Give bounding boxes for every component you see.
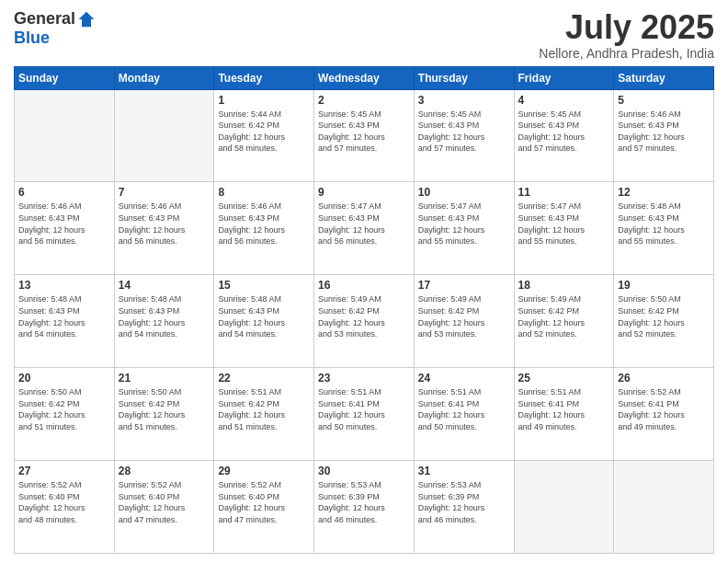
day-number: 5: [618, 94, 710, 107]
day-number: 8: [218, 186, 310, 199]
calendar-table: Sunday Monday Tuesday Wednesday Thursday…: [14, 66, 714, 554]
day-number: 1: [218, 94, 310, 107]
logo-blue: Blue: [14, 29, 50, 47]
day-info: Sunrise: 5:49 AM Sunset: 6:42 PM Dayligh…: [518, 293, 610, 339]
calendar-cell: [514, 461, 614, 554]
svg-marker-0: [79, 11, 95, 27]
calendar-cell: 17Sunrise: 5:49 AM Sunset: 6:42 PM Dayli…: [414, 275, 514, 368]
logo: General Blue: [14, 9, 96, 48]
calendar-week-row: 27Sunrise: 5:52 AM Sunset: 6:40 PM Dayli…: [15, 461, 714, 554]
col-sunday: Sunday: [15, 66, 115, 89]
calendar-cell: 2Sunrise: 5:45 AM Sunset: 6:43 PM Daylig…: [314, 89, 415, 182]
day-info: Sunrise: 5:47 AM Sunset: 6:43 PM Dayligh…: [518, 201, 610, 247]
day-number: 12: [618, 186, 710, 199]
day-number: 28: [119, 465, 210, 477]
day-info: Sunrise: 5:51 AM Sunset: 6:41 PM Dayligh…: [318, 386, 410, 432]
day-info: Sunrise: 5:52 AM Sunset: 6:40 PM Dayligh…: [218, 479, 310, 525]
col-monday: Monday: [114, 66, 214, 89]
day-number: 20: [18, 372, 110, 385]
calendar-cell: 25Sunrise: 5:51 AM Sunset: 6:41 PM Dayli…: [514, 368, 614, 461]
calendar-cell: 23Sunrise: 5:51 AM Sunset: 6:41 PM Dayli…: [314, 368, 415, 461]
day-number: 24: [418, 372, 510, 385]
day-number: 29: [218, 465, 310, 477]
calendar-cell: 8Sunrise: 5:46 AM Sunset: 6:43 PM Daylig…: [214, 182, 314, 275]
calendar-week-row: 6Sunrise: 5:46 AM Sunset: 6:43 PM Daylig…: [15, 182, 714, 275]
calendar-cell: 12Sunrise: 5:48 AM Sunset: 6:43 PM Dayli…: [614, 182, 714, 275]
calendar-cell: 21Sunrise: 5:50 AM Sunset: 6:42 PM Dayli…: [114, 368, 214, 461]
day-number: 10: [418, 186, 510, 199]
day-info: Sunrise: 5:47 AM Sunset: 6:43 PM Dayligh…: [418, 201, 510, 247]
day-number: 19: [618, 279, 710, 292]
logo-general: General: [14, 9, 75, 29]
day-info: Sunrise: 5:46 AM Sunset: 6:43 PM Dayligh…: [18, 201, 110, 247]
calendar-cell: 29Sunrise: 5:52 AM Sunset: 6:40 PM Dayli…: [214, 461, 314, 554]
day-number: 2: [318, 94, 410, 107]
calendar-cell: 4Sunrise: 5:45 AM Sunset: 6:43 PM Daylig…: [514, 89, 614, 182]
day-number: 22: [218, 372, 310, 385]
col-friday: Friday: [514, 66, 614, 89]
location: Nellore, Andhra Pradesh, India: [539, 46, 714, 61]
day-info: Sunrise: 5:52 AM Sunset: 6:41 PM Dayligh…: [618, 386, 710, 432]
calendar-cell: 10Sunrise: 5:47 AM Sunset: 6:43 PM Dayli…: [414, 182, 514, 275]
col-thursday: Thursday: [414, 66, 514, 89]
day-info: Sunrise: 5:50 AM Sunset: 6:42 PM Dayligh…: [119, 386, 210, 432]
day-info: Sunrise: 5:48 AM Sunset: 6:43 PM Dayligh…: [218, 293, 310, 339]
day-info: Sunrise: 5:52 AM Sunset: 6:40 PM Dayligh…: [18, 479, 110, 525]
calendar-week-row: 1Sunrise: 5:44 AM Sunset: 6:42 PM Daylig…: [15, 89, 714, 182]
calendar-week-row: 13Sunrise: 5:48 AM Sunset: 6:43 PM Dayli…: [15, 275, 714, 368]
calendar-cell: 24Sunrise: 5:51 AM Sunset: 6:41 PM Dayli…: [414, 368, 514, 461]
day-info: Sunrise: 5:50 AM Sunset: 6:42 PM Dayligh…: [18, 386, 110, 432]
calendar-cell: 18Sunrise: 5:49 AM Sunset: 6:42 PM Dayli…: [514, 275, 614, 368]
day-info: Sunrise: 5:52 AM Sunset: 6:40 PM Dayligh…: [119, 479, 210, 525]
day-info: Sunrise: 5:47 AM Sunset: 6:43 PM Dayligh…: [318, 201, 410, 247]
day-number: 16: [318, 279, 410, 292]
calendar-cell: 14Sunrise: 5:48 AM Sunset: 6:43 PM Dayli…: [114, 275, 214, 368]
day-info: Sunrise: 5:51 AM Sunset: 6:42 PM Dayligh…: [218, 386, 310, 432]
col-tuesday: Tuesday: [214, 66, 314, 89]
day-number: 23: [318, 372, 410, 385]
day-number: 11: [518, 186, 610, 199]
calendar-cell: 22Sunrise: 5:51 AM Sunset: 6:42 PM Dayli…: [214, 368, 314, 461]
calendar-cell: [15, 89, 115, 182]
calendar-cell: 30Sunrise: 5:53 AM Sunset: 6:39 PM Dayli…: [314, 461, 415, 554]
day-info: Sunrise: 5:45 AM Sunset: 6:43 PM Dayligh…: [418, 109, 510, 155]
day-number: 18: [518, 279, 610, 292]
day-info: Sunrise: 5:49 AM Sunset: 6:42 PM Dayligh…: [418, 293, 510, 339]
day-info: Sunrise: 5:51 AM Sunset: 6:41 PM Dayligh…: [518, 386, 610, 432]
day-info: Sunrise: 5:48 AM Sunset: 6:43 PM Dayligh…: [119, 293, 210, 339]
calendar-cell: 13Sunrise: 5:48 AM Sunset: 6:43 PM Dayli…: [15, 275, 115, 368]
day-number: 15: [218, 279, 310, 292]
calendar-cell: 31Sunrise: 5:53 AM Sunset: 6:39 PM Dayli…: [414, 461, 514, 554]
calendar-header-row: Sunday Monday Tuesday Wednesday Thursday…: [15, 66, 714, 89]
day-info: Sunrise: 5:46 AM Sunset: 6:43 PM Dayligh…: [218, 201, 310, 247]
day-number: 27: [18, 465, 110, 477]
calendar-cell: 6Sunrise: 5:46 AM Sunset: 6:43 PM Daylig…: [15, 182, 115, 275]
calendar-cell: 26Sunrise: 5:52 AM Sunset: 6:41 PM Dayli…: [614, 368, 714, 461]
calendar-cell: 19Sunrise: 5:50 AM Sunset: 6:42 PM Dayli…: [614, 275, 714, 368]
day-info: Sunrise: 5:45 AM Sunset: 6:43 PM Dayligh…: [518, 109, 610, 155]
day-info: Sunrise: 5:53 AM Sunset: 6:39 PM Dayligh…: [318, 479, 410, 525]
day-info: Sunrise: 5:46 AM Sunset: 6:43 PM Dayligh…: [618, 109, 710, 155]
day-info: Sunrise: 5:49 AM Sunset: 6:42 PM Dayligh…: [318, 293, 410, 339]
day-number: 17: [418, 279, 510, 292]
page: General Blue July 2025 Nellore, Andhra P…: [0, 0, 728, 563]
logo-icon: [77, 10, 96, 29]
day-info: Sunrise: 5:44 AM Sunset: 6:42 PM Dayligh…: [218, 109, 310, 155]
calendar-cell: 27Sunrise: 5:52 AM Sunset: 6:40 PM Dayli…: [15, 461, 115, 554]
calendar-cell: 15Sunrise: 5:48 AM Sunset: 6:43 PM Dayli…: [214, 275, 314, 368]
day-info: Sunrise: 5:46 AM Sunset: 6:43 PM Dayligh…: [119, 201, 210, 247]
calendar-cell: 20Sunrise: 5:50 AM Sunset: 6:42 PM Dayli…: [15, 368, 115, 461]
day-number: 21: [119, 372, 210, 385]
day-info: Sunrise: 5:48 AM Sunset: 6:43 PM Dayligh…: [618, 201, 710, 247]
calendar-cell: 9Sunrise: 5:47 AM Sunset: 6:43 PM Daylig…: [314, 182, 415, 275]
calendar-cell: 1Sunrise: 5:44 AM Sunset: 6:42 PM Daylig…: [214, 89, 314, 182]
calendar-cell: 28Sunrise: 5:52 AM Sunset: 6:40 PM Dayli…: [114, 461, 214, 554]
day-number: 9: [318, 186, 410, 199]
day-number: 14: [119, 279, 210, 292]
day-number: 13: [18, 279, 110, 292]
col-wednesday: Wednesday: [314, 66, 415, 89]
calendar-cell: 5Sunrise: 5:46 AM Sunset: 6:43 PM Daylig…: [614, 89, 714, 182]
col-saturday: Saturday: [614, 66, 714, 89]
day-number: 4: [518, 94, 610, 107]
day-info: Sunrise: 5:48 AM Sunset: 6:43 PM Dayligh…: [18, 293, 110, 339]
